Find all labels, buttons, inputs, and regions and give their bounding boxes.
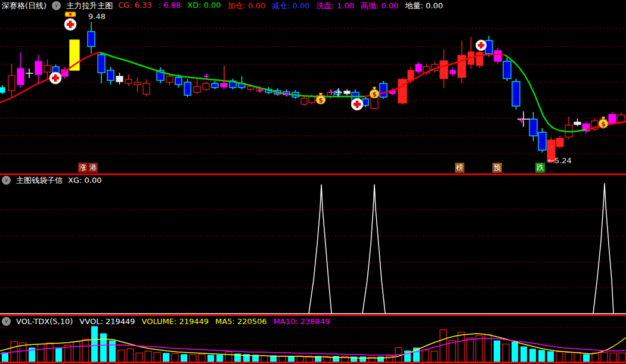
volume-bar <box>547 351 554 362</box>
money-bag-icon <box>373 87 376 89</box>
candle <box>416 64 422 71</box>
vol-indicator-values: VOL-TDX(5,10)VVOL: 219449VOLUME: 219449M… <box>16 317 330 326</box>
candle <box>574 122 581 125</box>
indicator-field: VOL-TDX(5,10) <box>16 317 73 326</box>
red-cross-circle-icon <box>54 74 57 82</box>
xg-panel-header: ∨ 主图钱袋子信 XG: 0.00 <box>2 175 101 185</box>
candle <box>494 51 501 61</box>
volume-bar <box>458 332 464 362</box>
volume-bar <box>73 342 80 362</box>
candle <box>362 99 368 105</box>
indicator-field: 地量: 0.00 <box>405 1 442 11</box>
candle <box>98 55 105 73</box>
candle <box>556 138 563 147</box>
candle <box>609 114 616 123</box>
volume-bar <box>145 351 151 362</box>
volume-bar <box>288 356 295 362</box>
volume-bar <box>422 350 429 362</box>
volume-bar <box>225 352 232 362</box>
indicator-field: XD: 0.00 <box>187 1 221 11</box>
volume-bar <box>91 326 98 362</box>
main-indicator-values: CG: 6.33: 6.88XD: 0.00加仓: 0.00减仓: 0.00洗盘… <box>118 1 443 11</box>
candle <box>70 40 79 70</box>
volume-bar <box>619 353 625 362</box>
chevron-down-icon[interactable]: ∨ <box>52 1 61 10</box>
indicator-field: 加仓: 0.00 <box>228 1 265 11</box>
candle <box>143 83 150 94</box>
candle <box>512 82 520 106</box>
candle <box>203 83 209 89</box>
volume-bar <box>154 353 160 362</box>
candle <box>440 61 448 79</box>
volume-bar <box>377 357 384 362</box>
volume-bar <box>38 344 44 362</box>
volume-bar <box>592 353 599 362</box>
volume-bar <box>520 347 527 362</box>
money-bag-icon: $ <box>601 120 606 128</box>
candle <box>503 61 511 79</box>
candle <box>344 91 350 94</box>
volume-bar <box>207 355 214 362</box>
indicator-field: : 6.88 <box>159 1 181 11</box>
xg-spike <box>593 183 613 313</box>
candle <box>458 55 466 77</box>
indicator-field: MA10: 238849 <box>274 317 330 326</box>
main-chart-header: 深赛格(日线) ∨ 主力拉升主图 CG: 6.33: 6.88XD: 0.00加… <box>2 1 443 11</box>
candle <box>107 70 114 80</box>
volume-bar <box>190 355 196 362</box>
xg-indicator-title: 主图钱袋子信 <box>16 175 63 186</box>
candle <box>116 76 123 82</box>
low-price-label: ←5.24 <box>548 156 572 165</box>
event-badge: 预 <box>492 163 502 173</box>
event-badge: 涨 <box>78 163 88 173</box>
candle <box>398 79 407 103</box>
xg-spike <box>309 185 331 313</box>
indicator-field: 洗盘: 1.00 <box>317 1 354 11</box>
candle <box>175 77 182 85</box>
flag-icon <box>69 13 72 16</box>
candle <box>88 32 95 46</box>
volume-bar <box>118 350 125 362</box>
candle <box>380 83 387 97</box>
volume-bar <box>100 334 107 362</box>
candle <box>529 119 537 136</box>
candle <box>450 70 455 74</box>
volume-bar <box>47 343 53 362</box>
candle <box>44 66 51 72</box>
volume-bar <box>565 353 572 362</box>
stock-title: 深赛格(日线) <box>2 1 47 11</box>
indicator-field: 减仓: 0.00 <box>272 1 309 11</box>
candle <box>125 79 132 83</box>
red-cross-circle-icon <box>69 21 72 28</box>
candle <box>134 82 141 85</box>
chevron-down-icon[interactable]: ∨ <box>2 317 11 326</box>
xg-indicator-value: XG: 0.00 <box>68 176 101 185</box>
indicator-field: VOLUME: 219449 <box>142 317 209 326</box>
candle <box>8 76 15 91</box>
volume-bar <box>538 350 545 362</box>
event-badge: 港 <box>88 163 98 173</box>
money-bag-icon <box>319 93 323 95</box>
volume-bar <box>449 341 455 362</box>
candle <box>309 97 315 102</box>
candle <box>0 88 5 92</box>
volume-bar <box>494 341 500 362</box>
indicator-field: 高抛: 0.00 <box>361 1 398 11</box>
volume-bar <box>279 356 286 362</box>
volume-bar <box>163 353 169 362</box>
indicator-title: 主力拉升主图 <box>66 1 113 11</box>
candle <box>212 83 218 88</box>
volume-bar <box>476 336 482 362</box>
tdx-chart-window: $$$ 深赛格(日线) ∨ 主力拉升主图 CG: 6.33: 6.88XD: 0… <box>0 0 626 364</box>
high-price-label: 9.48 <box>88 12 106 21</box>
volume-bar <box>172 354 178 362</box>
candle <box>371 97 378 108</box>
ma-line <box>100 52 365 97</box>
volume-bar <box>529 349 536 362</box>
volume-bar <box>360 357 366 362</box>
xg-spike <box>362 185 385 313</box>
chevron-down-icon[interactable]: ∨ <box>2 176 11 185</box>
candle <box>35 61 42 74</box>
indicator-field: VVOL: 219449 <box>79 317 135 326</box>
candle <box>17 69 24 85</box>
